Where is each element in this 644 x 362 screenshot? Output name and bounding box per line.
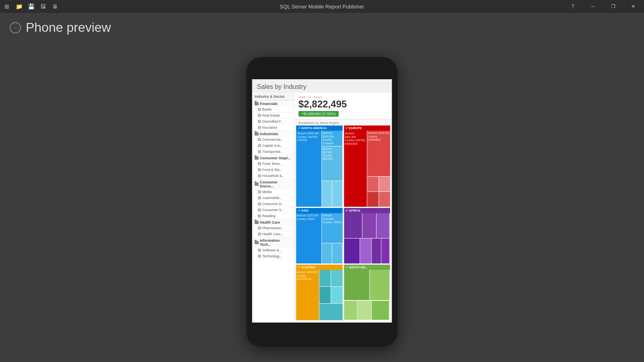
item-icon-capital bbox=[258, 144, 261, 147]
eu-small-grid bbox=[367, 177, 390, 207]
restore-button[interactable]: ❐ bbox=[604, 0, 622, 13]
industry-list: Industry & Sector Financials Banks bbox=[252, 93, 295, 322]
industry-item-software[interactable]: Software &... bbox=[252, 247, 294, 253]
af-tile-2 bbox=[363, 213, 376, 238]
na-tiles: Amount: $435,400Country: UNITED STATES A… bbox=[296, 131, 343, 207]
industry-item-pharma[interactable]: Pharmaceut... bbox=[252, 225, 294, 231]
folder-financials-icon bbox=[255, 102, 259, 105]
sa-tile-1 bbox=[344, 270, 369, 300]
item-icon-pharma bbox=[258, 226, 261, 230]
group-label-healthcare: Health Care bbox=[260, 220, 280, 224]
na-right-tiles: Amount: $195,500Country: CANADA Amount: … bbox=[322, 131, 343, 207]
asia-right-tiles: Amount: $118,000Country: JAPAN bbox=[322, 213, 343, 263]
metric-value: $2,822,495 bbox=[299, 99, 388, 109]
group-label-infotech: Information Tech... bbox=[260, 239, 291, 247]
africa-tiles bbox=[344, 213, 390, 263]
industry-item-capital[interactable]: Capital Goo... bbox=[252, 143, 294, 149]
folder-consumerdiscre-icon bbox=[255, 183, 259, 186]
af-tile-1 bbox=[344, 213, 362, 238]
save-as-icon[interactable]: 🖫 bbox=[39, 3, 47, 10]
report-body: Industry & Sector Financials Banks bbox=[252, 93, 392, 322]
oc-australia-tile: Amount: $93,000Country: AUSTRALIA bbox=[296, 270, 319, 320]
industry-item-realestate[interactable]: Real Estate bbox=[252, 113, 294, 119]
eu-small-1 bbox=[367, 177, 378, 191]
na-small-2 bbox=[332, 181, 343, 207]
eu-small-3 bbox=[367, 192, 378, 207]
industry-column-header: Industry & Sector bbox=[252, 93, 294, 101]
industry-item-foodbev[interactable]: Food, Beve... bbox=[252, 161, 294, 167]
help-button[interactable]: ? bbox=[564, 0, 582, 13]
industry-group-industrials[interactable]: Industrials bbox=[252, 131, 294, 137]
page-header: ← Phone preview bbox=[0, 13, 644, 42]
metric-badge: +$2,899,994 (3,742%) bbox=[299, 111, 339, 117]
industry-item-transport[interactable]: Transportati... bbox=[252, 149, 294, 155]
group-label-financials: Financials bbox=[260, 102, 278, 106]
industry-item-banks[interactable]: Banks bbox=[252, 107, 294, 113]
sa-tiles bbox=[344, 270, 390, 320]
treemap-row-3: ↗ OCEANIA Amount: $93,000Country: AUSTRA… bbox=[296, 265, 390, 320]
titlebar-title: SQL Server Mobile Report Publisher bbox=[280, 4, 364, 10]
report-title: Sales by Industry bbox=[252, 79, 392, 93]
back-button[interactable]: ← bbox=[10, 22, 21, 33]
sa-tile-5 bbox=[372, 301, 389, 320]
region-asia: ↗ ASIA Amount: $125,500Country: INDIA bbox=[296, 208, 343, 263]
folder-icon[interactable]: 📁 bbox=[15, 3, 23, 10]
metric-area: Total vs. Target $2,822,495 +$2,899,994 … bbox=[295, 93, 392, 119]
industry-item-healthcareitem[interactable]: Health Care... bbox=[252, 231, 294, 237]
industry-item-commercial[interactable]: Commercial... bbox=[252, 137, 294, 143]
industry-item-media[interactable]: Media bbox=[252, 189, 294, 195]
industry-group-consumerdiscre[interactable]: Consumer Discre... bbox=[252, 179, 294, 189]
na-mexico-tile: Amount: $87,000Country: MEXICO bbox=[322, 146, 343, 181]
item-icon-realestate bbox=[258, 114, 261, 117]
grid-icon[interactable]: ⊞ bbox=[3, 3, 10, 10]
na-canada-tile: Amount: $195,500Country: CANADA bbox=[322, 131, 343, 146]
save-icon[interactable]: 💾 bbox=[27, 3, 35, 10]
folder-consumerstaples-icon bbox=[255, 156, 259, 160]
region-north-america: ↗ NORTH AMERICA Amount: $435,400Country:… bbox=[296, 125, 343, 207]
item-icon-transport bbox=[258, 150, 261, 153]
titlebar-controls: ? ─ ❐ ✕ bbox=[564, 0, 644, 13]
industry-item-diversified[interactable]: Diversified F... bbox=[252, 119, 294, 125]
treemap-container: ↗ NORTH AMERICA Amount: $435,400Country:… bbox=[295, 125, 392, 322]
item-icon-technology bbox=[258, 255, 261, 258]
folder-healthcare-icon bbox=[255, 221, 259, 224]
eu-small-4 bbox=[379, 192, 390, 207]
sa-tile-3 bbox=[344, 301, 357, 320]
page-title: Phone preview bbox=[26, 20, 111, 35]
af-tile-3 bbox=[376, 213, 389, 238]
minimize-button[interactable]: ─ bbox=[584, 0, 602, 13]
page-area: ← Phone preview Sales by Industry Indust… bbox=[0, 13, 644, 362]
industry-group-financials[interactable]: Financials bbox=[252, 101, 294, 107]
breakdown-label: Breakdown by World Region bbox=[295, 119, 392, 125]
display-icon[interactable]: 🖥 bbox=[52, 3, 59, 10]
region-south-america: ↗ SOUTH AM... bbox=[344, 265, 390, 320]
industry-item-household[interactable]: Household &... bbox=[252, 173, 294, 179]
af-tile-5 bbox=[360, 239, 372, 263]
treemap-row-2: ↗ ASIA Amount: $125,500Country: INDIA bbox=[296, 208, 390, 263]
af-tile-4 bbox=[344, 239, 360, 263]
region-africa-header: ↗ AFRICA bbox=[344, 208, 390, 213]
industry-group-infotech[interactable]: Information Tech... bbox=[252, 237, 294, 247]
item-icon-retailing bbox=[258, 214, 261, 218]
sa-tile-4 bbox=[358, 301, 372, 320]
industry-item-foodsta[interactable]: Food & Sta... bbox=[252, 167, 294, 173]
industry-item-consumerd[interactable]: Consumer D... bbox=[252, 201, 294, 207]
oc-tile-3 bbox=[320, 287, 331, 303]
treemap-row-1: ↗ NORTH AMERICA Amount: $435,400Country:… bbox=[296, 125, 390, 207]
na-small-1 bbox=[322, 181, 332, 207]
na-us-tile: Amount: $435,400Country: UNITED STATES bbox=[296, 131, 322, 207]
industry-group-healthcare[interactable]: Health Care bbox=[252, 219, 294, 225]
oc-tile-1 bbox=[320, 270, 331, 286]
industry-item-retailing[interactable]: Retailing bbox=[252, 213, 294, 219]
industry-item-consumers[interactable]: Consumer S... bbox=[252, 207, 294, 213]
industry-group-consumerstaples[interactable]: Consumer Stapl... bbox=[252, 155, 294, 161]
item-icon-auto bbox=[258, 196, 261, 200]
industry-item-insurance[interactable]: Insurance bbox=[252, 125, 294, 131]
close-button[interactable]: ✕ bbox=[624, 0, 642, 13]
group-label-consumerstaples: Consumer Stapl... bbox=[260, 156, 291, 160]
folder-infotech-icon bbox=[255, 241, 259, 244]
industry-item-auto[interactable]: Automobile... bbox=[252, 195, 294, 201]
industry-item-technology[interactable]: Technology... bbox=[252, 253, 294, 259]
oc-tile-2 bbox=[331, 270, 343, 286]
item-icon-foodsta bbox=[258, 168, 261, 171]
